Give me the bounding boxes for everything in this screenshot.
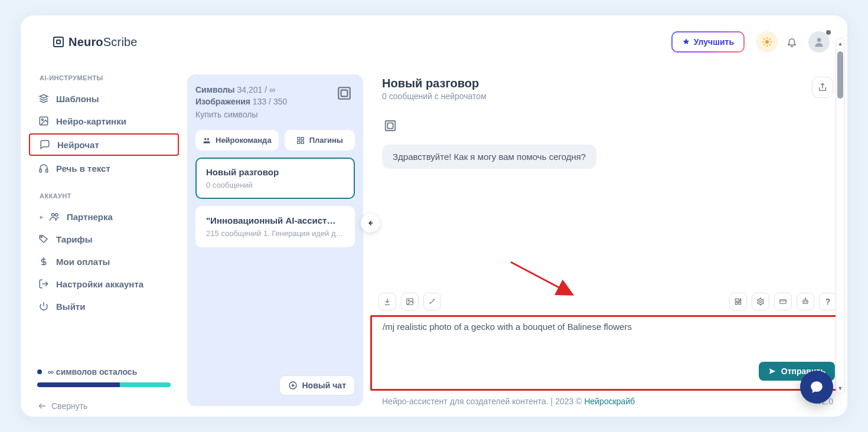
bot-switch-button[interactable] xyxy=(797,293,814,310)
svg-point-34 xyxy=(804,302,805,302)
footer: Нейро-ассистент для создателей контента.… xyxy=(370,391,845,406)
collapse-sidebar-button[interactable]: Свернуть xyxy=(29,387,179,411)
svg-rect-24 xyxy=(301,141,304,143)
svg-rect-22 xyxy=(301,137,304,139)
puzzle-button[interactable] xyxy=(729,293,747,310)
tag-icon xyxy=(38,234,49,244)
footer-text: Нейро-ассистент для создателей контента.… xyxy=(382,397,584,406)
power-icon xyxy=(38,301,49,312)
chat-header: Новый разговор 0 сообщений с нейрочатом xyxy=(370,74,845,109)
sun-icon xyxy=(762,37,772,47)
svg-point-35 xyxy=(806,302,807,302)
svg-point-11 xyxy=(41,119,43,120)
composer-toolbar: ? xyxy=(378,288,837,315)
sidebar-item-label: Нейро-картинки xyxy=(56,116,126,126)
svg-rect-26 xyxy=(386,121,396,131)
svg-point-14 xyxy=(52,214,55,217)
headphones-icon xyxy=(38,163,49,174)
sidebar-item-label: Шаблоны xyxy=(56,94,99,104)
image-icon xyxy=(406,297,414,306)
svg-rect-23 xyxy=(297,141,299,143)
team-icon xyxy=(203,136,211,145)
exit-icon xyxy=(38,279,49,289)
plugins-chip-label: Плагины xyxy=(309,136,343,145)
help-button[interactable]: ? xyxy=(819,293,837,310)
sidebar: AI-ИНСТРУМЕНТЫ Шаблоны Нейро-картинки Не… xyxy=(21,68,187,417)
rocket-icon xyxy=(682,38,690,46)
dot-icon xyxy=(37,369,42,374)
section-label-tools: AI-ИНСТРУМЕНТЫ xyxy=(29,68,179,87)
gear-icon xyxy=(756,297,765,306)
logo-icon xyxy=(53,37,64,47)
composer-input[interactable] xyxy=(380,318,835,359)
sidebar-item-label: Нейрочат xyxy=(57,140,99,150)
collapse-label: Свернуть xyxy=(51,401,87,411)
chat-item-title: Новый разговор xyxy=(206,167,344,177)
magic-button[interactable] xyxy=(423,293,441,310)
share-button[interactable] xyxy=(812,77,833,98)
team-chip-label: Нейрокоманда xyxy=(216,136,272,145)
robot-icon xyxy=(801,297,810,306)
sidebar-item-payments[interactable]: Мои оплаты xyxy=(29,251,179,271)
images-stat: Изображения 133 / 350 xyxy=(195,97,355,106)
svg-point-31 xyxy=(759,300,762,303)
svg-rect-18 xyxy=(341,90,348,97)
chat-title: Новый разговор xyxy=(382,77,487,90)
top-bar: NeuroScribe Улучшить xyxy=(21,15,847,68)
sidebar-item-label: Тарифы xyxy=(56,234,92,244)
sidebar-item-speech-to-text[interactable]: Речь в текст xyxy=(29,158,179,178)
user-icon xyxy=(813,36,825,48)
plugins-chip[interactable]: Плагины xyxy=(285,130,355,150)
upgrade-label: Улучшить xyxy=(694,37,734,47)
buy-symbols-link[interactable]: Купить символы xyxy=(195,110,355,119)
svg-point-9 xyxy=(817,38,821,42)
bot-logo-icon xyxy=(384,119,397,132)
messages-area: Здравствуйте! Как я могу вам помочь сего… xyxy=(370,109,845,288)
svg-line-8 xyxy=(769,39,770,40)
chat-list-item[interactable]: Новый разговор 0 сообщений xyxy=(195,158,355,199)
svg-point-30 xyxy=(408,300,409,301)
sidebar-item-neuro-images[interactable]: Нейро-картинки xyxy=(29,111,179,131)
svg-point-20 xyxy=(207,138,210,140)
scrollbar-thumb[interactable] xyxy=(837,51,843,99)
sidebar-item-tariffs[interactable]: Тарифы xyxy=(29,229,179,249)
logo[interactable]: NeuroScribe xyxy=(53,35,138,49)
team-chip[interactable]: Нейрокоманда xyxy=(195,130,279,150)
svg-line-5 xyxy=(764,39,765,40)
panel-logo-icon xyxy=(334,83,355,104)
sidebar-item-templates[interactable]: Шаблоны xyxy=(29,89,179,109)
support-chat-button[interactable] xyxy=(800,371,833,404)
sidebar-item-neurochat[interactable]: Нейрочат xyxy=(29,133,179,156)
puzzle-icon xyxy=(734,297,742,306)
sidebar-item-partner[interactable]: ▸ Партнерка xyxy=(29,207,179,227)
svg-point-15 xyxy=(56,214,58,217)
section-label-account: АККАУНТ xyxy=(29,186,179,205)
attach-file-button[interactable] xyxy=(378,293,396,310)
sidebar-item-logout[interactable]: Выйти xyxy=(29,296,179,316)
plus-circle-icon xyxy=(288,381,298,390)
prompt-library-button[interactable] xyxy=(774,293,792,310)
svg-point-16 xyxy=(41,236,42,237)
new-chat-button[interactable]: Новый чат xyxy=(279,375,355,395)
chat-item-sub: 0 сообщений xyxy=(206,181,344,189)
chat-bubble-icon xyxy=(809,379,824,395)
avatar[interactable] xyxy=(808,31,830,53)
upgrade-button[interactable]: Улучшить xyxy=(671,31,745,53)
theme-toggle[interactable] xyxy=(756,31,778,53)
svg-rect-21 xyxy=(297,137,299,139)
collapse-icon xyxy=(37,401,47,411)
notifications-button[interactable] xyxy=(781,31,802,53)
send-icon xyxy=(768,367,776,375)
dollar-icon xyxy=(38,256,49,267)
footer-brand-link[interactable]: Нейроскрайб xyxy=(584,397,635,406)
attach-image-button[interactable] xyxy=(401,293,419,310)
svg-rect-12 xyxy=(40,169,41,172)
logo-text: NeuroScribe xyxy=(68,35,138,49)
chat-list-item[interactable]: "Инновационный AI-ассист… 215 сообщений … xyxy=(195,206,355,247)
svg-point-36 xyxy=(805,298,805,299)
collapse-panel-button[interactable] xyxy=(361,214,380,233)
settings-button[interactable] xyxy=(752,293,769,310)
sidebar-item-settings[interactable]: Настройки аккаунта xyxy=(29,274,179,294)
scrollbar[interactable] xyxy=(836,38,845,394)
chat-item-title: "Инновационный AI-ассист… xyxy=(206,215,344,225)
